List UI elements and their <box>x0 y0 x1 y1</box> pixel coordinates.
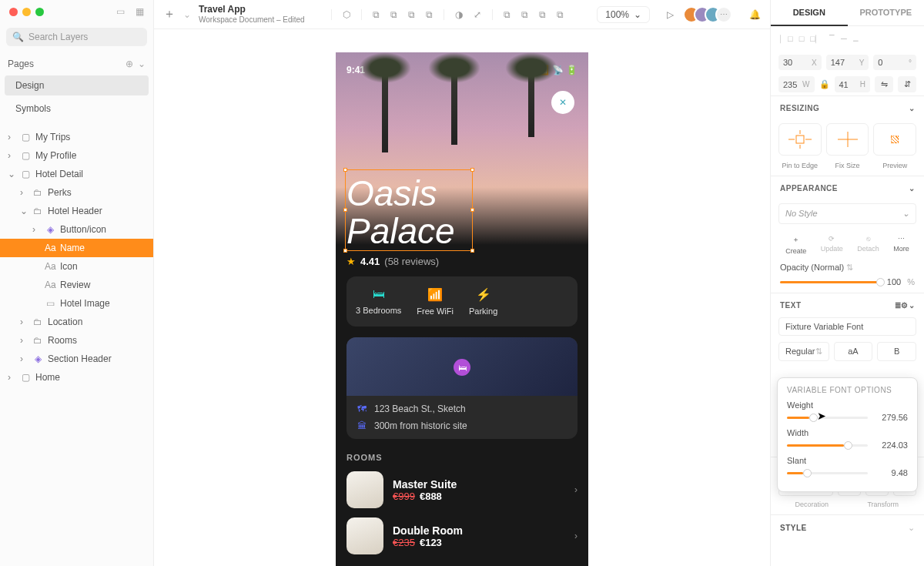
union-icon[interactable]: ⧉ <box>373 9 380 20</box>
flip-h-icon[interactable]: ⇋ <box>875 76 893 92</box>
layer-label: Review <box>60 280 90 290</box>
mask-icon[interactable]: ◑ <box>455 9 463 20</box>
difference-icon[interactable]: ⧉ <box>426 9 433 20</box>
back-icon[interactable]: ⧉ <box>557 9 564 20</box>
search-placeholder: Search Layers <box>28 32 88 42</box>
x-input[interactable]: 30X <box>778 55 822 70</box>
subtract-icon[interactable]: ⧉ <box>390 9 397 20</box>
pages-chevron-icon[interactable]: ⌄ <box>138 59 146 69</box>
font-weight-icon[interactable]: B <box>877 342 916 361</box>
backward-icon[interactable]: ⧉ <box>521 9 528 20</box>
gear-icon[interactable]: ⚙ <box>901 301 909 310</box>
layer-hotel-image[interactable]: ▭Hotel Image <box>0 294 153 313</box>
text-options-icon[interactable]: aA <box>834 342 873 361</box>
zoom-control[interactable]: 100%⌄ <box>597 6 650 23</box>
align-left-icon[interactable]: ⎸□ <box>780 34 793 44</box>
bell-icon[interactable]: 🔔 <box>749 9 761 20</box>
layer-rooms[interactable]: ›🗀Rooms <box>0 331 153 350</box>
room-row[interactable]: Double Room €235€123 › <box>346 517 578 554</box>
insert-chevron-icon[interactable]: ⌄ <box>183 9 191 20</box>
y-input[interactable]: 147Y <box>826 55 869 70</box>
layer-home[interactable]: ›▢Home <box>0 368 153 387</box>
vf-width-slider[interactable] <box>787 444 868 447</box>
font-family-select[interactable]: Fixture Variable Font <box>778 317 916 336</box>
sidebar-layout-icon[interactable]: ▭ <box>116 6 125 17</box>
vf-width-label: Width <box>787 428 908 437</box>
sidebar-grid-icon[interactable]: ▦ <box>136 6 144 17</box>
action-label: Detach <box>857 245 879 253</box>
add-page-icon[interactable]: ⊕ <box>126 59 133 69</box>
rating-row: ★ 4.41 (58 reviews) <box>346 256 578 267</box>
action-label: More <box>893 245 909 253</box>
chevron-down-icon[interactable]: ⌄ <box>909 301 916 310</box>
layer-my-profile[interactable]: ›▢My Profile <box>0 146 153 165</box>
layer-my-trips[interactable]: ›▢My Trips <box>0 128 153 146</box>
fix-size-control[interactable] <box>826 123 869 156</box>
landmark-icon: 🏛 <box>357 420 367 431</box>
width-input[interactable]: 235W <box>778 76 815 92</box>
chevron-down-icon[interactable]: ⌄ <box>909 104 916 112</box>
layer-label: Perks <box>48 187 72 198</box>
document-title[interactable]: Travel App Workspace Document – Edited <box>199 5 305 23</box>
minimize-window-icon[interactable] <box>22 8 31 16</box>
no-style-label: No Style <box>785 209 818 219</box>
close-window-icon[interactable] <box>9 8 18 16</box>
layer-icon[interactable]: AaIcon <box>0 257 153 276</box>
play-icon[interactable]: ▷ <box>667 9 674 20</box>
page-item-design[interactable]: Design <box>5 75 149 95</box>
create-action[interactable]: ＋Create <box>785 235 806 255</box>
forward-icon[interactable]: ⧉ <box>504 9 511 20</box>
opacity-slider[interactable] <box>780 281 881 283</box>
chevron-down-icon[interactable]: ⌄ <box>908 523 915 533</box>
component-icon[interactable]: ⬡ <box>343 9 350 20</box>
tab-prototype[interactable]: PROTOTYPE <box>848 0 925 26</box>
style-select[interactable]: No Style⌄ <box>778 203 916 224</box>
layer-button-icon[interactable]: ›◈Button/icon <box>0 220 153 239</box>
align-top-icon[interactable]: ⎺ <box>829 34 835 44</box>
flip-v-icon[interactable]: ⇵ <box>898 76 916 92</box>
layer-review[interactable]: AaReview <box>0 276 153 294</box>
lock-icon[interactable]: 🔒 <box>819 79 830 89</box>
intersect-icon[interactable]: ⧉ <box>408 9 415 20</box>
layer-perks[interactable]: ›🗀Perks <box>0 183 153 202</box>
front-icon[interactable]: ⧉ <box>539 9 546 20</box>
artboard-hotel-detail[interactable]: 9:41 📶 📡 🔋 ✕ Oasis Palace ★ 4.41 <box>336 52 588 566</box>
collaborator-avatars[interactable]: ⋯ <box>689 6 732 23</box>
pin-to-edge-control[interactable] <box>778 123 822 156</box>
font-style-select[interactable]: Regular⇅ <box>778 342 829 361</box>
chevron-down-icon[interactable]: ⌄ <box>909 184 916 193</box>
close-button[interactable]: ✕ <box>551 91 574 114</box>
preview-control[interactable] <box>873 123 916 156</box>
canvas[interactable]: 9:41 📶 📡 🔋 ✕ Oasis Palace ★ 4.41 <box>154 29 770 566</box>
align-center-icon[interactable]: □ <box>799 34 805 44</box>
layer-hotel-header[interactable]: ⌄🗀Hotel Header <box>0 202 153 220</box>
more-action[interactable]: ⋯More <box>893 235 909 255</box>
tab-design[interactable]: DESIGN <box>771 0 848 26</box>
vf-slant-slider[interactable] <box>787 472 868 474</box>
insert-icon[interactable]: ＋ <box>163 6 176 22</box>
rotation-input[interactable]: 0° <box>873 55 916 70</box>
search-layers-input[interactable]: 🔍 Search Layers <box>6 28 147 46</box>
align-bottom-icon[interactable]: ⎽ <box>853 34 859 44</box>
scale-icon[interactable]: ⤢ <box>474 9 481 20</box>
layer-name[interactable]: AaName <box>0 239 153 257</box>
feature-bedrooms: 🛏3 Bedrooms <box>356 287 401 316</box>
map: 🛏 <box>346 337 578 396</box>
chevron-right-icon: › <box>574 484 578 495</box>
chevron-right-icon: › <box>574 531 578 541</box>
layer-hotel-detail[interactable]: ⌄▢Hotel Detail <box>0 165 153 183</box>
height-input[interactable]: 41H <box>835 76 871 92</box>
layer-label: Rooms <box>48 335 77 346</box>
room-row[interactable]: Master Suite €999€888 › <box>346 471 578 508</box>
align-right-icon[interactable]: □⎸ <box>810 34 823 44</box>
chevron-down-icon: ⌄ <box>634 9 641 20</box>
page-item-symbols[interactable]: Symbols <box>5 99 149 119</box>
layer-section-header[interactable]: ›◈Section Header <box>0 350 153 368</box>
align-middle-icon[interactable]: ─ <box>841 34 847 44</box>
star-icon: ★ <box>346 256 356 267</box>
layers-icon[interactable]: ≣ <box>895 301 902 310</box>
maximize-window-icon[interactable] <box>35 8 44 16</box>
vf-weight-slider[interactable] <box>787 417 868 419</box>
layer-location[interactable]: ›🗀Location <box>0 313 153 331</box>
selection-box[interactable] <box>345 169 473 251</box>
